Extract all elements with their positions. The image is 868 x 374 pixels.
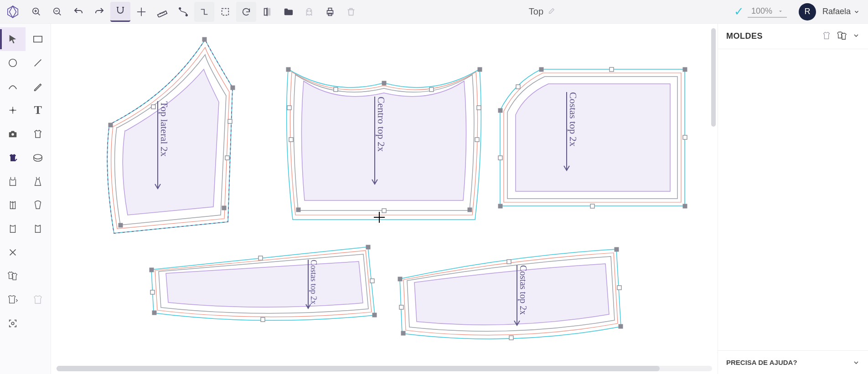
piece-costas-top-3[interactable]: Costas top 2x bbox=[398, 247, 623, 340]
svg-rect-52 bbox=[382, 209, 386, 213]
top-toolbar: Top ✓ 100% R Rafaela bbox=[0, 0, 868, 24]
svg-rect-26 bbox=[34, 36, 42, 42]
tank-tool[interactable] bbox=[0, 169, 26, 193]
svg-rect-73 bbox=[372, 313, 377, 317]
svg-rect-24 bbox=[328, 8, 331, 10]
svg-rect-81 bbox=[619, 324, 623, 328]
chevron-down-icon bbox=[778, 9, 783, 14]
rectangle-tool[interactable] bbox=[26, 27, 51, 51]
svg-rect-65 bbox=[498, 204, 502, 208]
help-bar[interactable]: PRECISA DE AJUDA? bbox=[718, 350, 868, 374]
shirt-outline-tool[interactable] bbox=[26, 122, 51, 146]
svg-line-7 bbox=[59, 13, 61, 15]
chevron-down-icon[interactable] bbox=[852, 32, 860, 41]
scan-tool[interactable] bbox=[0, 312, 26, 335]
zoom-dropdown[interactable]: 100% bbox=[748, 5, 787, 18]
line-tool[interactable] bbox=[26, 51, 51, 75]
folder-button[interactable] bbox=[278, 2, 298, 22]
dress-tool[interactable] bbox=[26, 169, 51, 193]
help-label: PRECISA DE AJUDA? bbox=[726, 359, 797, 366]
piece-top-lateral[interactable]: Top lateral 2x bbox=[107, 37, 235, 233]
svg-rect-71 bbox=[366, 245, 370, 249]
svg-rect-38 bbox=[231, 86, 235, 90]
svg-rect-68 bbox=[516, 85, 520, 89]
camera-tool[interactable] bbox=[0, 122, 26, 146]
pencil-tool[interactable] bbox=[26, 75, 51, 98]
svg-rect-66 bbox=[498, 156, 502, 160]
marquee-button[interactable] bbox=[215, 2, 235, 22]
svg-point-33 bbox=[34, 154, 42, 159]
panel-header: MOLDES bbox=[718, 24, 868, 49]
empty-cell bbox=[26, 241, 51, 264]
zoom-out-button[interactable] bbox=[47, 2, 67, 22]
pattern-piece-tool[interactable] bbox=[0, 288, 26, 312]
zoom-in-button[interactable] bbox=[26, 2, 46, 22]
crosshair-button[interactable] bbox=[131, 2, 151, 22]
canvas[interactable]: Top lateral 2x bbox=[51, 24, 718, 374]
svg-line-28 bbox=[35, 60, 41, 67]
avatar-initial: R bbox=[804, 7, 810, 16]
svg-rect-37 bbox=[202, 37, 207, 41]
zoom-control: ✓ 100% bbox=[734, 5, 787, 19]
path-segment-button[interactable] bbox=[194, 2, 214, 22]
vertical-scrollbar[interactable] bbox=[711, 28, 716, 302]
bodice-tool-2[interactable] bbox=[0, 217, 26, 241]
multi-piece-tool[interactable] bbox=[0, 264, 26, 288]
svg-rect-72 bbox=[370, 279, 374, 283]
user-avatar[interactable]: R bbox=[799, 3, 816, 20]
scrollbar-thumb[interactable] bbox=[711, 28, 716, 127]
svg-point-31 bbox=[12, 109, 13, 111]
svg-rect-75 bbox=[152, 311, 156, 315]
svg-rect-46 bbox=[334, 87, 338, 92]
snap-button[interactable] bbox=[110, 2, 130, 22]
edit-title-icon[interactable] bbox=[548, 6, 555, 17]
piece-label: Costas top 2x bbox=[309, 260, 318, 304]
panel-body bbox=[718, 49, 868, 350]
refresh-button[interactable] bbox=[236, 2, 256, 22]
svg-point-36 bbox=[11, 322, 14, 325]
bodice-tool-3[interactable] bbox=[26, 217, 51, 241]
circle-tool[interactable] bbox=[0, 51, 26, 75]
curve-tool[interactable] bbox=[0, 75, 26, 98]
print-button[interactable] bbox=[320, 2, 340, 22]
select-tool[interactable] bbox=[0, 27, 26, 51]
undo-button[interactable] bbox=[68, 2, 88, 22]
document-title[interactable]: Top bbox=[529, 6, 555, 17]
svg-rect-41 bbox=[222, 206, 226, 210]
svg-rect-63 bbox=[683, 204, 687, 208]
ruler-button[interactable] bbox=[152, 2, 172, 22]
svg-rect-61 bbox=[683, 67, 687, 72]
svg-rect-64 bbox=[590, 204, 594, 208]
sleeve-tool[interactable] bbox=[26, 193, 51, 217]
user-menu[interactable]: Rafaela bbox=[817, 7, 863, 16]
svg-point-22 bbox=[310, 10, 311, 11]
tape-measure-tool[interactable] bbox=[26, 146, 51, 169]
piece-costas-top-2[interactable]: Costas top 2x bbox=[150, 245, 377, 322]
redo-button[interactable] bbox=[89, 2, 109, 22]
svg-rect-42 bbox=[119, 223, 123, 227]
svg-rect-60 bbox=[610, 67, 614, 72]
path-curve-button[interactable] bbox=[173, 2, 193, 22]
point-tool[interactable] bbox=[0, 98, 26, 122]
svg-rect-25 bbox=[328, 13, 331, 15]
svg-point-17 bbox=[179, 7, 181, 9]
svg-rect-83 bbox=[401, 331, 405, 335]
svg-rect-40 bbox=[225, 156, 229, 160]
close-row-tool[interactable] bbox=[0, 241, 26, 264]
user-name-label: Rafaela bbox=[822, 7, 851, 16]
svg-line-16 bbox=[164, 12, 164, 13]
piece-costas-top-1[interactable]: Costas top 2x bbox=[498, 67, 687, 208]
shirt-check-tool[interactable] bbox=[0, 146, 26, 169]
piece-centro-top[interactable]: Centro top 2x bbox=[286, 67, 482, 220]
document-title-text: Top bbox=[529, 6, 543, 17]
mirror-button[interactable] bbox=[257, 2, 277, 22]
svg-point-21 bbox=[307, 10, 308, 11]
scrollbar-thumb[interactable] bbox=[57, 366, 660, 371]
svg-point-32 bbox=[11, 133, 14, 136]
app-logo[interactable] bbox=[5, 5, 20, 19]
single-piece-icon[interactable] bbox=[822, 31, 832, 42]
text-tool[interactable]: T bbox=[26, 98, 51, 122]
horizontal-scrollbar[interactable] bbox=[57, 366, 712, 371]
multi-piece-icon[interactable] bbox=[836, 31, 848, 42]
bodice-tool[interactable] bbox=[0, 193, 26, 217]
